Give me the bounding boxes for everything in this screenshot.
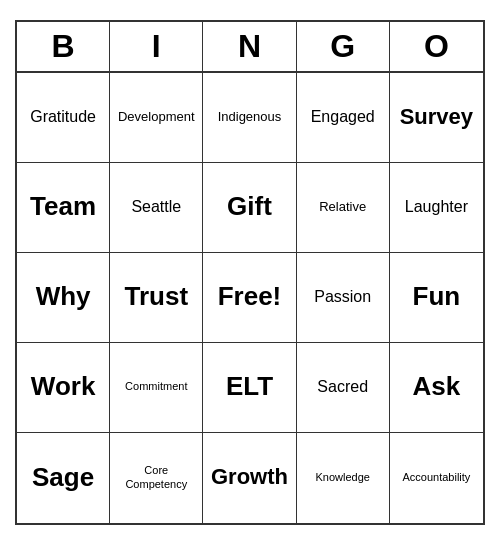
cell-text-r1-c4: Laughter [405,197,468,216]
bingo-cell-r1-c2[interactable]: Gift [203,163,296,253]
cell-text-r0-c0: Gratitude [30,107,96,126]
cell-text-r0-c1: Development [118,109,195,125]
bingo-cell-r2-c3[interactable]: Passion [297,253,390,343]
bingo-cell-r3-c0[interactable]: Work [17,343,110,433]
cell-text-r1-c3: Relative [319,199,366,215]
cell-text-r2-c0: Why [36,281,91,312]
cell-text-r3-c4: Ask [413,371,461,402]
cell-text-r0-c4: Survey [400,104,473,130]
cell-text-r2-c3: Passion [314,287,371,306]
bingo-cell-r3-c3[interactable]: Sacred [297,343,390,433]
bingo-cell-r1-c4[interactable]: Laughter [390,163,483,253]
cell-text-r4-c4: Accountability [402,471,470,484]
header-letter-n: N [203,22,296,71]
bingo-header: BINGO [17,22,483,73]
bingo-cell-r2-c1[interactable]: Trust [110,253,203,343]
cell-text-r2-c2: Free! [218,281,282,312]
bingo-cell-r0-c3[interactable]: Engaged [297,73,390,163]
cell-text-r4-c2: Growth [211,464,288,490]
bingo-cell-r2-c4[interactable]: Fun [390,253,483,343]
cell-text-r3-c0: Work [31,371,96,402]
cell-text-r3-c1: Commitment [125,380,187,393]
header-letter-o: O [390,22,483,71]
bingo-cell-r0-c1[interactable]: Development [110,73,203,163]
bingo-cell-r0-c0[interactable]: Gratitude [17,73,110,163]
header-letter-b: B [17,22,110,71]
header-letter-i: I [110,22,203,71]
bingo-cell-r1-c3[interactable]: Relative [297,163,390,253]
cell-text-r1-c0: Team [30,191,96,222]
bingo-cell-r3-c4[interactable]: Ask [390,343,483,433]
bingo-cell-r0-c2[interactable]: Indigenous [203,73,296,163]
cell-text-r4-c1: Core Competency [114,464,198,490]
cell-text-r2-c1: Trust [125,281,189,312]
bingo-cell-r1-c1[interactable]: Seattle [110,163,203,253]
bingo-cell-r4-c2[interactable]: Growth [203,433,296,523]
bingo-cell-r4-c0[interactable]: Sage [17,433,110,523]
cell-text-r0-c2: Indigenous [218,109,282,125]
bingo-cell-r0-c4[interactable]: Survey [390,73,483,163]
bingo-cell-r4-c4[interactable]: Accountability [390,433,483,523]
header-letter-g: G [297,22,390,71]
cell-text-r0-c3: Engaged [311,107,375,126]
cell-text-r4-c0: Sage [32,462,94,493]
bingo-cell-r3-c1[interactable]: Commitment [110,343,203,433]
cell-text-r1-c1: Seattle [131,197,181,216]
cell-text-r3-c3: Sacred [317,377,368,396]
bingo-grid: GratitudeDevelopmentIndigenousEngagedSur… [17,73,483,523]
bingo-cell-r2-c2[interactable]: Free! [203,253,296,343]
bingo-cell-r1-c0[interactable]: Team [17,163,110,253]
cell-text-r2-c4: Fun [413,281,461,312]
cell-text-r4-c3: Knowledge [315,471,369,484]
bingo-cell-r4-c1[interactable]: Core Competency [110,433,203,523]
bingo-cell-r3-c2[interactable]: ELT [203,343,296,433]
bingo-cell-r4-c3[interactable]: Knowledge [297,433,390,523]
cell-text-r1-c2: Gift [227,191,272,222]
bingo-card: BINGO GratitudeDevelopmentIndigenousEnga… [15,20,485,525]
cell-text-r3-c2: ELT [226,371,273,402]
bingo-cell-r2-c0[interactable]: Why [17,253,110,343]
